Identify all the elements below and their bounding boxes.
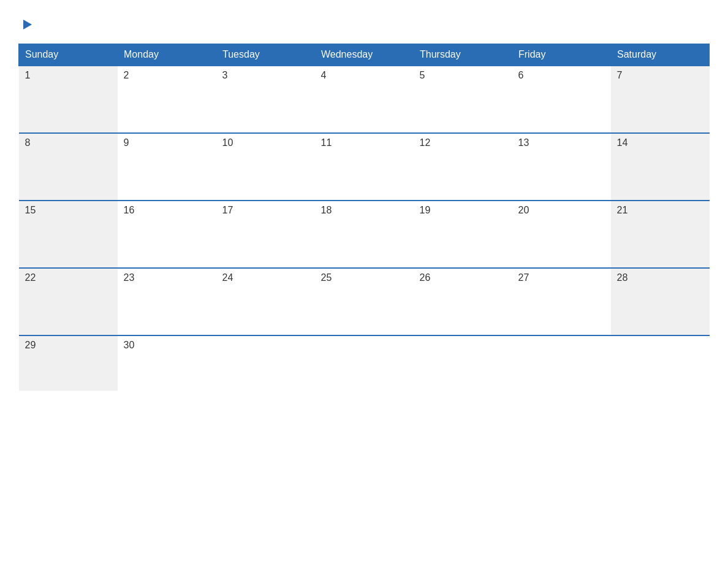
calendar-cell: 22 (19, 268, 118, 335)
day-number: 30 (124, 340, 135, 350)
calendar-cell: 14 (611, 133, 710, 201)
day-number: 26 (420, 272, 431, 283)
day-number: 15 (25, 205, 36, 215)
col-header-tuesday: Tuesday (216, 44, 315, 66)
day-number: 28 (617, 272, 628, 283)
calendar-cell: 12 (414, 133, 512, 201)
col-header-wednesday: Wednesday (315, 44, 414, 66)
calendar-cell: 30 (118, 335, 216, 391)
calendar-week-row: 1234567 (19, 66, 710, 133)
calendar-cell: 24 (216, 268, 315, 335)
day-number: 21 (617, 205, 628, 215)
day-number: 14 (617, 137, 628, 148)
day-number: 29 (25, 340, 36, 350)
day-number: 23 (124, 272, 135, 283)
col-header-sunday: Sunday (19, 44, 118, 66)
day-number: 19 (420, 205, 431, 215)
calendar-week-row: 15161718192021 (19, 201, 710, 268)
day-number: 7 (617, 70, 623, 80)
day-number: 13 (518, 137, 529, 148)
calendar-cell: 26 (414, 268, 512, 335)
calendar-cell: 5 (414, 66, 512, 133)
day-number: 5 (420, 70, 425, 80)
calendar-cell: 4 (315, 66, 414, 133)
col-header-monday: Monday (118, 44, 216, 66)
day-number: 18 (321, 205, 332, 215)
calendar-week-row: 22232425262728 (19, 268, 710, 335)
page-header (18, 18, 710, 34)
day-number: 9 (124, 137, 129, 148)
calendar-cell: 8 (19, 133, 118, 201)
calendar-cell: 17 (216, 201, 315, 268)
day-number: 2 (124, 70, 129, 80)
day-number: 16 (124, 205, 135, 215)
day-number: 12 (420, 137, 431, 148)
calendar-cell: 6 (512, 66, 611, 133)
logo (18, 18, 33, 34)
calendar-cell: 2 (118, 66, 216, 133)
col-header-thursday: Thursday (414, 44, 512, 66)
calendar-cell: 7 (611, 66, 710, 133)
day-number: 27 (518, 272, 529, 283)
calendar-cell: 3 (216, 66, 315, 133)
calendar-cell: 23 (118, 268, 216, 335)
calendar-cell: 10 (216, 133, 315, 201)
day-number: 20 (518, 205, 529, 215)
day-number: 22 (25, 272, 36, 283)
calendar-cell (611, 335, 710, 391)
day-number: 11 (321, 137, 332, 148)
day-number: 4 (321, 70, 327, 80)
day-number: 6 (518, 70, 524, 80)
day-number: 24 (222, 272, 233, 283)
calendar-cell: 20 (512, 201, 611, 268)
calendar-cell: 25 (315, 268, 414, 335)
calendar-table: SundayMondayTuesdayWednesdayThursdayFrid… (18, 44, 710, 391)
calendar-week-row: 891011121314 (19, 133, 710, 201)
calendar-cell: 16 (118, 201, 216, 268)
calendar-cell: 21 (611, 201, 710, 268)
calendar-cell: 29 (19, 335, 118, 391)
day-number: 3 (222, 70, 228, 80)
day-number: 17 (222, 205, 233, 215)
col-header-friday: Friday (512, 44, 611, 66)
calendar-body: 1234567891011121314151617181920212223242… (19, 66, 710, 391)
svg-marker-0 (23, 20, 32, 29)
calendar-cell (216, 335, 315, 391)
calendar-cell: 9 (118, 133, 216, 201)
day-number: 25 (321, 272, 332, 283)
calendar-cell (512, 335, 611, 391)
day-number: 8 (25, 137, 31, 148)
calendar-cell: 27 (512, 268, 611, 335)
calendar-cell (414, 335, 512, 391)
col-header-saturday: Saturday (611, 44, 710, 66)
calendar-cell: 18 (315, 201, 414, 268)
calendar-cell: 13 (512, 133, 611, 201)
logo-arrow-icon (21, 18, 33, 31)
day-number: 1 (25, 70, 31, 80)
calendar-cell: 19 (414, 201, 512, 268)
calendar-cell (315, 335, 414, 391)
calendar-cell: 28 (611, 268, 710, 335)
day-number: 10 (222, 137, 233, 148)
calendar-cell: 15 (19, 201, 118, 268)
calendar-cell: 1 (19, 66, 118, 133)
calendar-cell: 11 (315, 133, 414, 201)
calendar-week-row: 2930 (19, 335, 710, 391)
calendar-header: SundayMondayTuesdayWednesdayThursdayFrid… (19, 44, 710, 66)
